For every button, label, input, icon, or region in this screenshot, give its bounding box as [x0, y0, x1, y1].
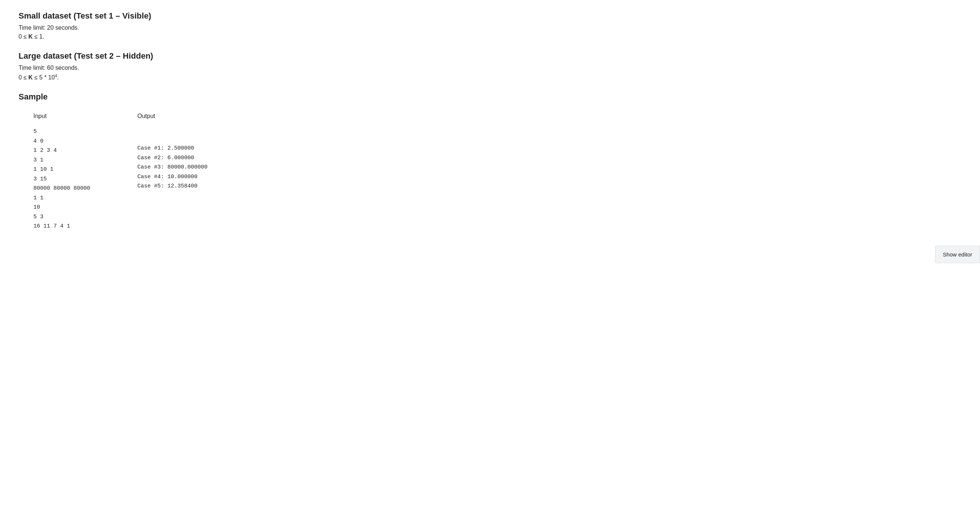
small-dataset-time-limit: Time limit: 20 seconds. — [19, 24, 872, 31]
large-constraint-middle: ≤ 5 * 10 — [33, 74, 54, 81]
main-content: Small dataset (Test set 1 – Visible) Tim… — [0, 0, 891, 242]
large-constraint-var: K — [29, 74, 33, 81]
input-header: Input — [33, 113, 137, 119]
small-dataset-constraint: 0 ≤ K ≤ 1. — [19, 33, 872, 40]
small-constraint-suffix: ≤ 1. — [33, 33, 44, 40]
large-constraint-prefix: 0 ≤ — [19, 74, 29, 81]
sample-title: Sample — [19, 92, 872, 102]
small-constraint-var: K — [29, 33, 33, 40]
large-dataset-constraint: 0 ≤ K ≤ 5 * 104. — [19, 73, 872, 81]
output-block: Case #1: 2.500000 Case #2: 6.000000 Case… — [137, 127, 249, 231]
show-editor-button[interactable]: Show editor — [935, 246, 980, 263]
output-header: Output — [137, 113, 249, 119]
input-block: 5 4 0 1 2 3 4 3 1 1 10 1 3 15 80000 8000… — [33, 127, 137, 231]
small-constraint-prefix: 0 ≤ — [19, 33, 29, 40]
sample-data-row: 5 4 0 1 2 3 4 3 1 1 10 1 3 15 80000 8000… — [33, 127, 872, 231]
large-dataset-time-limit: Time limit: 60 seconds. — [19, 65, 872, 71]
sample-header-row: Input Output — [33, 113, 872, 119]
small-dataset-title: Small dataset (Test set 1 – Visible) — [19, 11, 872, 21]
sample-table: Input Output 5 4 0 1 2 3 4 3 1 1 10 1 3 … — [33, 113, 872, 231]
large-dataset-title: Large dataset (Test set 2 – Hidden) — [19, 51, 872, 61]
large-constraint-end: . — [57, 74, 59, 81]
